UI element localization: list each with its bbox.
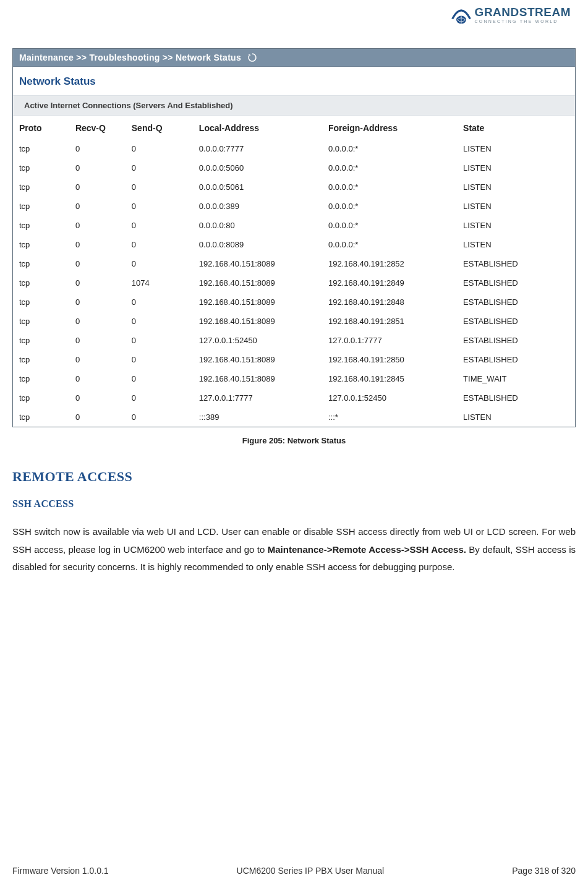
cell-sendq: 0 (126, 139, 193, 158)
cell-recvq: 0 (69, 292, 126, 312)
cell-recvq: 0 (69, 369, 126, 388)
cell-proto: tcp (13, 408, 69, 427)
table-row: tcp000.0.0.0:800.0.0.0:*LISTEN (13, 216, 575, 235)
cell-state: ESTABLISHED (457, 331, 575, 350)
cell-foreign: 0.0.0.0:* (322, 158, 457, 177)
cell-foreign: 127.0.0.1:7777 (322, 331, 457, 350)
cell-local: 0.0.0.0:7777 (193, 139, 322, 158)
cell-proto: tcp (13, 139, 69, 158)
cell-proto: tcp (13, 369, 69, 388)
table-row: tcp00192.168.40.151:8089192.168.40.191:2… (13, 254, 575, 273)
cell-foreign: 0.0.0.0:* (322, 197, 457, 216)
col-header-recvq: Recv-Q (69, 116, 126, 139)
cell-recvq: 0 (69, 139, 126, 158)
col-header-state: State (457, 116, 575, 139)
table-row: tcp00192.168.40.151:8089192.168.40.191:2… (13, 369, 575, 388)
col-header-foreign: Foreign-Address (322, 116, 457, 139)
table-row: tcp00127.0.0.1:52450127.0.0.1:7777ESTABL… (13, 331, 575, 350)
network-status-screenshot: Maintenance >> Troubleshooting >> Networ… (12, 48, 576, 427)
cell-proto: tcp (13, 197, 69, 216)
table-row: tcp000.0.0.0:80890.0.0.0:*LISTEN (13, 235, 575, 254)
cell-recvq: 0 (69, 235, 126, 254)
section-title: Network Status (13, 67, 575, 95)
cell-local: 192.168.40.151:8089 (193, 369, 322, 388)
cell-local: 0.0.0.0:80 (193, 216, 322, 235)
cell-recvq: 0 (69, 350, 126, 369)
footer-doc-title: UCM6200 Series IP PBX User Manual (237, 866, 385, 876)
cell-state: ESTABLISHED (457, 273, 575, 292)
col-header-local: Local-Address (193, 116, 322, 139)
table-row: tcp000.0.0.0:77770.0.0.0:*LISTEN (13, 139, 575, 158)
cell-foreign: 0.0.0.0:* (322, 235, 457, 254)
cell-foreign: 192.168.40.191:2848 (322, 292, 457, 312)
cell-sendq: 0 (126, 235, 193, 254)
cell-proto: tcp (13, 177, 69, 197)
brand-name: GRANDSTREAM (475, 6, 571, 18)
cell-proto: tcp (13, 158, 69, 177)
cell-sendq: 0 (126, 350, 193, 369)
cell-local: 192.168.40.151:8089 (193, 350, 322, 369)
table-row: tcp00:::389:::*LISTEN (13, 408, 575, 427)
cell-recvq: 0 (69, 312, 126, 331)
cell-state: LISTEN (457, 408, 575, 427)
cell-sendq: 0 (126, 408, 193, 427)
table-caption-band: Active Internet Connections (Servers And… (13, 95, 575, 116)
cell-state: LISTEN (457, 139, 575, 158)
figure-caption: Figure 205: Network Status (12, 436, 576, 445)
brand-tagline: CONNECTING THE WORLD (475, 19, 571, 23)
heading-remote-access: REMOTE ACCESS (12, 469, 576, 485)
cell-sendq: 0 (126, 158, 193, 177)
cell-local: 192.168.40.151:8089 (193, 312, 322, 331)
cell-proto: tcp (13, 216, 69, 235)
cell-local: 192.168.40.151:8089 (193, 292, 322, 312)
cell-local: 127.0.0.1:7777 (193, 388, 322, 408)
cell-local: 0.0.0.0:5060 (193, 158, 322, 177)
cell-proto: tcp (13, 331, 69, 350)
refresh-icon[interactable] (247, 53, 257, 62)
cell-sendq: 0 (126, 197, 193, 216)
table-row: tcp00192.168.40.151:8089192.168.40.191:2… (13, 312, 575, 331)
cell-proto: tcp (13, 292, 69, 312)
table-row: tcp00192.168.40.151:8089192.168.40.191:2… (13, 292, 575, 312)
para-bold: Maintenance->Remote Access->SSH Access. (268, 544, 466, 555)
cell-state: ESTABLISHED (457, 312, 575, 331)
cell-foreign: 127.0.0.1:52450 (322, 388, 457, 408)
cell-sendq: 1074 (126, 273, 193, 292)
cell-state: LISTEN (457, 158, 575, 177)
cell-state: ESTABLISHED (457, 292, 575, 312)
table-row: tcp000.0.0.0:3890.0.0.0:*LISTEN (13, 197, 575, 216)
cell-recvq: 0 (69, 254, 126, 273)
cell-recvq: 0 (69, 158, 126, 177)
cell-sendq: 0 (126, 369, 193, 388)
table-row: tcp00192.168.40.151:8089192.168.40.191:2… (13, 350, 575, 369)
cell-foreign: 0.0.0.0:* (322, 177, 457, 197)
cell-recvq: 0 (69, 408, 126, 427)
cell-foreign: 192.168.40.191:2845 (322, 369, 457, 388)
cell-sendq: 0 (126, 312, 193, 331)
cell-local: :::389 (193, 408, 322, 427)
cell-recvq: 0 (69, 273, 126, 292)
col-header-proto: Proto (13, 116, 69, 139)
cell-sendq: 0 (126, 254, 193, 273)
col-header-sendq: Send-Q (126, 116, 193, 139)
cell-state: ESTABLISHED (457, 254, 575, 273)
cell-local: 127.0.0.1:52450 (193, 331, 322, 350)
page-footer: Firmware Version 1.0.0.1 UCM6200 Series … (12, 866, 576, 876)
cell-foreign: 192.168.40.191:2849 (322, 273, 457, 292)
cell-foreign: 192.168.40.191:2850 (322, 350, 457, 369)
cell-foreign: 192.168.40.191:2851 (322, 312, 457, 331)
table-row: tcp000.0.0.0:50600.0.0.0:*LISTEN (13, 158, 575, 177)
cell-recvq: 0 (69, 177, 126, 197)
cell-state: LISTEN (457, 216, 575, 235)
cell-sendq: 0 (126, 216, 193, 235)
breadcrumb-bar: Maintenance >> Troubleshooting >> Networ… (13, 49, 575, 67)
cell-recvq: 0 (69, 388, 126, 408)
cell-proto: tcp (13, 350, 69, 369)
breadcrumb: Maintenance >> Troubleshooting >> Networ… (19, 53, 241, 62)
cell-proto: tcp (13, 235, 69, 254)
cell-proto: tcp (13, 273, 69, 292)
table-row: tcp00127.0.0.1:7777127.0.0.1:52450ESTABL… (13, 388, 575, 408)
footer-firmware: Firmware Version 1.0.0.1 (12, 866, 109, 876)
table-row: tcp01074192.168.40.151:8089192.168.40.19… (13, 273, 575, 292)
cell-recvq: 0 (69, 216, 126, 235)
